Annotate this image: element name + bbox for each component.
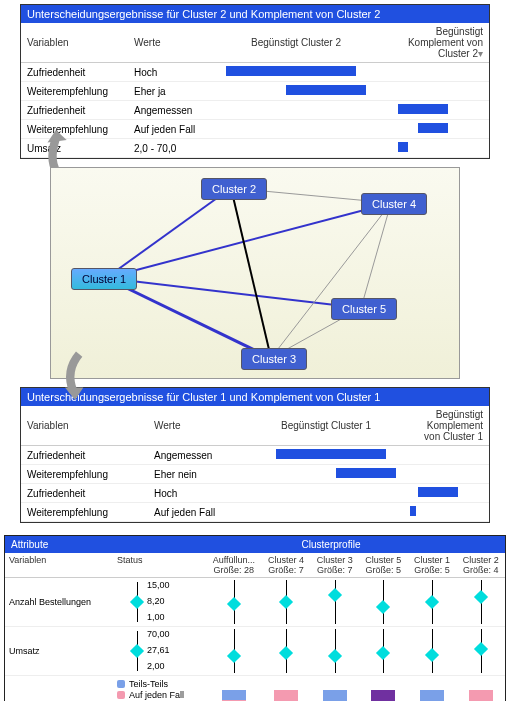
cell-favors-cluster [250,484,402,503]
scale-cell[interactable] [408,627,457,676]
scale-cell[interactable] [310,578,359,627]
cell-value: Angemessen [128,101,220,120]
stack-cell[interactable] [206,676,262,702]
stacked-bar [469,690,493,701]
row-variable: Weiterempfehlung [5,676,113,702]
scale-cell[interactable] [262,578,311,627]
col-variablen[interactable]: Variablen [5,553,113,578]
row-status: 15,008,201,00 [113,578,206,627]
stack-cell[interactable] [456,676,505,702]
cell-variable: Zufriedenheit [21,101,128,120]
cell-favors-cluster [220,120,372,139]
scale-cell[interactable] [206,578,262,627]
cell-favors-cluster [220,101,372,120]
legend-label: Auf jeden Fall [129,690,184,700]
cell-favors-complement [372,82,489,101]
col-favors-cluster[interactable]: Begünstigt Cluster 2 [220,23,372,63]
cluster-node-c1[interactable]: Cluster 1 [71,268,137,290]
scale-cell[interactable] [310,627,359,676]
results-table: Variablen Werte Begünstigt Cluster 1 Beg… [21,406,489,522]
attribute-label: Attribute [5,536,157,553]
svg-line-2 [106,203,391,278]
svg-line-4 [231,188,271,358]
profile-row: WeiterempfehlungTeils-TeilsAuf jeden Fal… [5,676,505,702]
swatch [117,691,125,699]
col-favors-complement[interactable]: Begünstigt Komplement von Cluster 2 ▾ [372,23,489,63]
table-row[interactable]: WeiterempfehlungAuf jeden Fall [21,503,489,522]
cluster-column[interactable]: Cluster 2Größe: 4 [456,553,505,578]
cluster-column[interactable]: Cluster 3Größe: 7 [310,553,359,578]
cell-value: 2,0 - 70,0 [128,139,220,158]
discrimination-panel-cluster1: Unterscheidungsergebnisse für Cluster 1 … [20,387,490,523]
svg-line-6 [271,203,391,358]
scale-cell[interactable] [456,627,505,676]
favor-bar [410,506,416,516]
table-row[interactable]: ZufriedenheitAngemessen [21,101,489,120]
stacked-bar [420,690,444,701]
col-werte[interactable]: Werte [148,406,250,446]
cluster-graph[interactable]: Cluster 1Cluster 2Cluster 3Cluster 4Clus… [50,167,460,379]
favor-bar [336,468,396,478]
col-variablen[interactable]: Variablen [21,406,148,446]
scale-legend: 70,0027,612,00 [117,629,177,673]
stack-cell[interactable] [359,676,408,702]
cell-favors-cluster [220,139,372,158]
panel-header: Unterscheidungsergebnisse für Cluster 2 … [21,5,489,23]
col-status[interactable]: Status [113,553,206,578]
cell-value: Eher ja [128,82,220,101]
cell-favors-complement [402,446,489,465]
cell-value: Auf jeden Fall [148,503,250,522]
svg-line-3 [106,278,361,308]
profile-row: Anzahl Bestellungen15,008,201,00 [5,578,505,627]
stack-cell[interactable] [310,676,359,702]
cluster-column[interactable]: Cluster 5Größe: 5 [359,553,408,578]
scale-cell[interactable] [359,578,408,627]
scale-cell[interactable] [408,578,457,627]
table-row[interactable]: ZufriedenheitHoch [21,484,489,503]
cell-variable: Weiterempfehlung [21,82,128,101]
results-table: Variablen Werte Begünstigt Cluster 2 Beg… [21,23,489,158]
cluster-column[interactable]: Auffüllun...Größe: 28 [206,553,262,578]
cluster-node-c2[interactable]: Cluster 2 [201,178,267,200]
discrimination-panel-cluster2: Unterscheidungsergebnisse für Cluster 2 … [20,4,490,159]
scale-cell[interactable] [206,627,262,676]
svg-line-1 [106,278,271,358]
table-row[interactable]: ZufriedenheitHoch [21,63,489,82]
swatch [117,680,125,688]
table-row[interactable]: Umsatz2,0 - 70,0 [21,139,489,158]
legend-label: Teils-Teils [129,679,168,689]
cell-favors-cluster [250,503,402,522]
cell-favors-cluster [220,82,372,101]
panel-title: Unterscheidungsergebnisse für Cluster 2 … [27,8,380,20]
col-werte[interactable]: Werte [128,23,220,63]
cluster-column[interactable]: Cluster 4Größe: 7 [262,553,311,578]
cluster-profiles-panel: Attribute Clusterprofile Variablen Statu… [4,535,506,701]
table-row[interactable]: WeiterempfehlungEher ja [21,82,489,101]
cell-favors-cluster [250,465,402,484]
stack-cell[interactable] [408,676,457,702]
col-favors-complement[interactable]: Begünstigt Komplement von Cluster 1 [402,406,489,446]
scale-cell[interactable] [359,627,408,676]
profiles-title: Clusterprofile [157,536,505,553]
cell-variable: Weiterempfehlung [21,503,148,522]
stack-cell[interactable] [262,676,311,702]
filter-icon[interactable]: ▾ [478,48,483,59]
table-row[interactable]: WeiterempfehlungAuf jeden Fall [21,120,489,139]
callout-arrow-down [55,350,95,400]
scale-cell[interactable] [262,627,311,676]
cell-favors-cluster [250,446,402,465]
col-favors-cluster[interactable]: Begünstigt Cluster 1 [250,406,402,446]
scale-legend: 15,008,201,00 [117,580,177,624]
cluster-column[interactable]: Cluster 1Größe: 5 [408,553,457,578]
table-row[interactable]: WeiterempfehlungEher nein [21,465,489,484]
cluster-node-c5[interactable]: Cluster 5 [331,298,397,320]
cell-value: Hoch [128,63,220,82]
cluster-node-c3[interactable]: Cluster 3 [241,348,307,370]
col-variablen[interactable]: Variablen [21,23,128,63]
cluster-node-c4[interactable]: Cluster 4 [361,193,427,215]
cell-favors-complement [372,120,489,139]
scale-cell[interactable] [456,578,505,627]
stacked-bar [274,690,298,701]
table-row[interactable]: ZufriedenheitAngemessen [21,446,489,465]
favor-bar [418,487,458,497]
